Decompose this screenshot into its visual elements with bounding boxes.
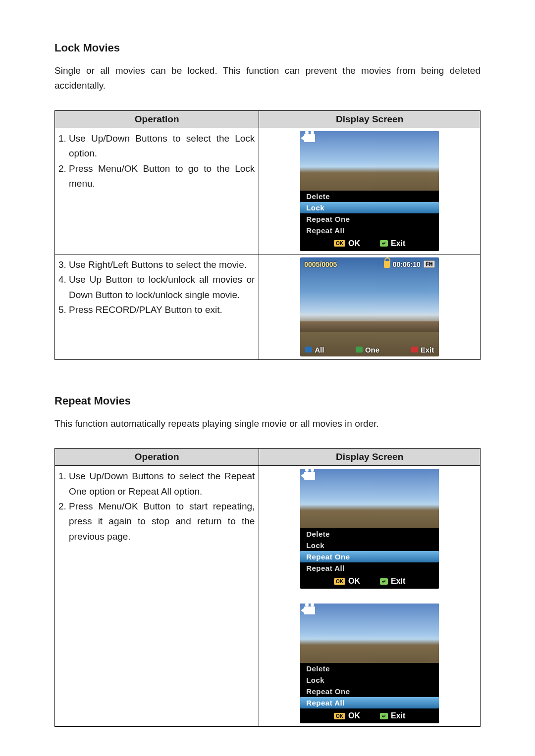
osd-item-repeat-all[interactable]: Repeat All	[300, 225, 439, 236]
col-display: Display Screen	[259, 110, 481, 128]
pb-exit-label: Exit	[421, 346, 434, 354]
osd-exit-button[interactable]: ↵ Exit	[380, 711, 405, 720]
osd-exit-button[interactable]: ↵ Exit	[380, 577, 405, 586]
osd-item-lock[interactable]: Lock	[300, 202, 439, 213]
section-intro-lock: Single or all movies can be locked. This…	[54, 63, 481, 94]
step: Press Menu/OK Button to start repeating,…	[69, 499, 255, 544]
osd-footer: OK OK ↵ Exit	[300, 708, 439, 723]
osd-scene	[300, 469, 439, 528]
rec-icon	[411, 347, 418, 353]
display-cell: Delete Lock Repeat One Repeat All OK OK …	[259, 128, 481, 254]
playback-counter: 0005/0005	[304, 260, 337, 268]
osd-item-repeat-one[interactable]: Repeat One	[300, 686, 439, 697]
exit-chip-icon: ↵	[380, 713, 388, 719]
operation-cell: Use Up/Down Buttons to select the Repeat…	[55, 466, 259, 727]
osd-item-lock[interactable]: Lock	[300, 674, 439, 686]
osd-item-lock[interactable]: Lock	[300, 540, 439, 551]
step: Use Up Button to lock/unlock all movies …	[69, 272, 255, 302]
osd-ok-label: OK	[348, 577, 360, 586]
table-row: Use Up/Down Buttons to select the Lock o…	[55, 128, 481, 254]
quality-badge: FH	[424, 260, 435, 268]
pb-one-label: One	[365, 346, 379, 354]
ok-chip-icon: OK	[334, 713, 345, 719]
osd-exit-label: Exit	[391, 711, 405, 720]
table-row: Use Up/Down Buttons to select the Repeat…	[55, 466, 481, 727]
operation-cell: Use Up/Down Buttons to select the Lock o…	[55, 128, 259, 254]
exit-chip-icon: ↵	[380, 240, 388, 247]
ok-chip-icon: OK	[334, 240, 345, 247]
display-cell: 0005/0005 00:06:10 FH All	[259, 254, 481, 359]
osd-item-repeat-one[interactable]: Repeat One	[300, 213, 439, 225]
osd-item-delete[interactable]: Delete	[300, 663, 439, 674]
step: Use Up/Down Buttons to select the Lock o…	[69, 131, 255, 161]
osd-menu-lock: Delete Lock Repeat One Repeat All OK OK …	[300, 131, 439, 251]
section-intro-repeat: This function automatically repeats play…	[54, 416, 481, 431]
col-operation: Operation	[55, 449, 259, 466]
scene-foreground	[300, 322, 439, 332]
osd-ok-button[interactable]: OK OK	[334, 577, 360, 586]
page: Lock Movies Single or all movies can be …	[0, 0, 535, 756]
exit-chip-icon: ↵	[380, 578, 388, 585]
osd-footer: OK OK ↵ Exit	[300, 574, 439, 589]
playback-time: 00:06:10	[393, 260, 421, 268]
section-title-lock: Lock Movies	[54, 42, 481, 54]
table-header-row: Operation Display Screen	[55, 110, 481, 128]
table-header-row: Operation Display Screen	[55, 449, 481, 466]
step: Use Right/Left Buttons to select the mov…	[69, 257, 255, 272]
osd-exit-label: Exit	[391, 239, 405, 248]
osd-scene	[300, 604, 439, 663]
osd-menu-repeat-all: Delete Lock Repeat One Repeat All OK OK …	[300, 604, 439, 723]
movie-mode-icon	[304, 606, 315, 616]
lock-icon	[384, 261, 390, 268]
osd-item-repeat-one[interactable]: Repeat One	[300, 551, 439, 562]
pb-one-button[interactable]: One	[356, 346, 379, 354]
table-repeat: Operation Display Screen Use Up/Down But…	[54, 448, 481, 727]
osd-ok-label: OK	[348, 711, 360, 720]
pb-all-label: All	[315, 346, 324, 354]
osd-item-delete[interactable]: Delete	[300, 528, 439, 540]
ok-chip-icon: OK	[334, 578, 345, 585]
osd-ok-button[interactable]: OK OK	[334, 239, 360, 248]
table-lock: Operation Display Screen Use Up/Down But…	[54, 110, 481, 360]
osd-scene	[300, 131, 439, 191]
osd-item-repeat-all[interactable]: Repeat All	[300, 562, 439, 574]
osd-ok-label: OK	[348, 239, 360, 248]
osd-footer: OK OK ↵ Exit	[300, 236, 439, 251]
movie-mode-icon	[304, 134, 315, 144]
playback-bottom-bar: All One Exit	[300, 343, 439, 356]
osd-exit-button[interactable]: ↵ Exit	[380, 239, 405, 248]
osd-item-delete[interactable]: Delete	[300, 191, 439, 202]
step: Use Up/Down Buttons to select the Repeat…	[69, 469, 255, 499]
osd-ok-button[interactable]: OK OK	[334, 711, 360, 720]
table-row: Use Right/Left Buttons to select the mov…	[55, 254, 481, 359]
osd-item-repeat-all[interactable]: Repeat All	[300, 697, 439, 708]
pb-exit-button[interactable]: Exit	[411, 346, 434, 354]
col-operation: Operation	[55, 110, 259, 128]
step: Press Menu/OK Button to go to the Lock m…	[69, 161, 255, 192]
section-title-repeat: Repeat Movies	[54, 395, 481, 407]
playback-display: 0005/0005 00:06:10 FH All	[300, 257, 439, 356]
up-icon	[305, 347, 312, 353]
osd-exit-label: Exit	[391, 577, 405, 586]
movie-mode-icon	[304, 472, 315, 481]
pb-all-button[interactable]: All	[305, 346, 324, 354]
down-icon	[356, 347, 363, 353]
step: Press RECORD/PLAY Button to exit.	[69, 302, 255, 317]
osd-menu-repeat-one: Delete Lock Repeat One Repeat All OK OK …	[300, 469, 439, 589]
display-cell: Delete Lock Repeat One Repeat All OK OK …	[259, 466, 481, 727]
operation-cell: Use Right/Left Buttons to select the mov…	[55, 254, 259, 359]
playback-status: 00:06:10 FH	[384, 260, 435, 268]
col-display: Display Screen	[259, 449, 481, 466]
